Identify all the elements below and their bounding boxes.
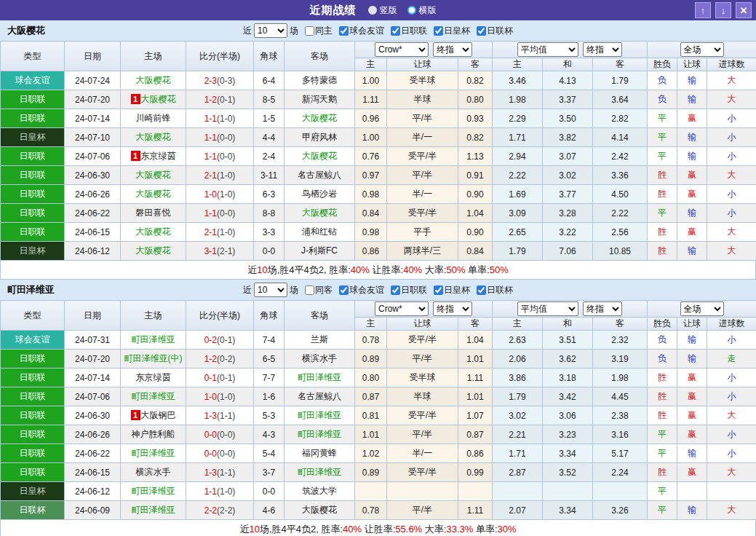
away-odds: 0.82 bbox=[458, 128, 493, 147]
fulltime-score: 0-2 bbox=[204, 335, 217, 345]
summary-text: 近 bbox=[239, 524, 249, 535]
away-odds: 0.86 bbox=[458, 444, 493, 463]
result-wdl: 平 bbox=[658, 448, 667, 458]
away-team-cell: J-利斯FC bbox=[285, 242, 355, 261]
result-handicap-cell: 输 bbox=[677, 147, 707, 166]
result-goals: 大 bbox=[728, 505, 736, 515]
league-type-badge: 日职联 bbox=[1, 90, 65, 109]
result-wdl-cell: 平 bbox=[648, 147, 677, 166]
corner-count: 0-0 bbox=[254, 482, 285, 501]
away-team-cell: 横滨水手 bbox=[285, 350, 355, 368]
result-wdl-cell: 负 bbox=[648, 350, 677, 368]
home-odds: 0.89 bbox=[355, 350, 387, 368]
average-select[interactable]: 平均值 bbox=[517, 302, 578, 316]
home-team-cell: 横滨水手 bbox=[121, 463, 186, 482]
away-team-name: 横滨水手 bbox=[302, 353, 337, 363]
fulltime-score: 1-1 bbox=[204, 151, 217, 162]
handicap-line: 受平/半 bbox=[387, 331, 458, 350]
halftime-score: (0-0) bbox=[217, 430, 235, 440]
home-team-name: 大阪钢巴 bbox=[141, 410, 176, 420]
full-match-select[interactable]: 全场 bbox=[680, 42, 724, 57]
result-handicap-cell: 输 bbox=[677, 128, 707, 147]
avg-away-odds: 10.85 bbox=[593, 242, 648, 261]
rank-badge: 1 bbox=[131, 151, 140, 161]
result-handicap-cell bbox=[677, 482, 707, 501]
same-venue-checkbox[interactable] bbox=[305, 26, 314, 36]
move-up-button[interactable]: ↑ bbox=[695, 2, 711, 18]
league-filter-jleague-checkbox[interactable] bbox=[391, 26, 400, 36]
fulltime-score: 2-1 bbox=[204, 170, 217, 181]
result-wdl-cell: 负 bbox=[648, 331, 677, 350]
away-team-cell: 兰斯 bbox=[285, 331, 355, 350]
average-select[interactable]: 平均值 bbox=[517, 42, 578, 57]
same-venue-checkbox[interactable] bbox=[305, 285, 314, 295]
avg-stage-select[interactable]: 终指 bbox=[583, 302, 622, 316]
league-filter-league-cup-label: 日联杯 bbox=[487, 25, 513, 37]
match-date: 24-06-15 bbox=[65, 223, 121, 242]
league-filter-friendly-checkbox[interactable] bbox=[339, 285, 349, 295]
match-date: 24-07-14 bbox=[65, 368, 121, 387]
result-wdl-cell: 胜 bbox=[648, 368, 677, 387]
result-handicap: 输 bbox=[688, 353, 696, 363]
league-type-badge: 日职联 bbox=[1, 444, 65, 463]
away-team-name: 兰斯 bbox=[311, 334, 328, 344]
league-filter-emperor-cup-checkbox[interactable] bbox=[434, 26, 443, 36]
close-button[interactable]: ✕ bbox=[736, 2, 752, 18]
avg-away-odds bbox=[593, 482, 648, 501]
match-count-select[interactable]: 10 bbox=[254, 23, 287, 38]
match-row: 日联杯24-06-09町田泽维亚2-2(2-2)4-6大阪樱花0.78平/半1.… bbox=[1, 501, 756, 520]
avg-draw-odds: 3.07 bbox=[543, 147, 593, 166]
corner-count: 7-7 bbox=[254, 368, 285, 387]
avg-stage-select[interactable]: 终指 bbox=[583, 42, 622, 57]
result-goals-cell: 大 bbox=[707, 406, 756, 425]
home-team-cell: 町田泽维亚 bbox=[121, 331, 186, 350]
halftime-score: (0-0) bbox=[217, 151, 235, 162]
away-team-name: 名古屋鲸八 bbox=[298, 391, 341, 401]
avg-away-odds: 2.38 bbox=[593, 406, 648, 425]
vertical-layout-radio[interactable] bbox=[368, 6, 377, 15]
handicap-line: 受半球 bbox=[387, 71, 458, 90]
result-handicap-cell: 输 bbox=[677, 90, 707, 109]
handicap-line: 受平/半 bbox=[387, 406, 458, 425]
avg-home-odds: 2.29 bbox=[493, 109, 543, 128]
match-row: 日职联24-07-201大阪樱花1-2(0-1)8-5新泻天鹅1.11半球0.8… bbox=[1, 90, 756, 109]
bookmaker-select[interactable]: Crow* bbox=[375, 42, 429, 57]
avg-home-odds: 1.69 bbox=[493, 185, 543, 204]
league-filter-jleague-checkbox[interactable] bbox=[391, 285, 400, 295]
league-filter-league-cup-checkbox[interactable] bbox=[477, 26, 486, 36]
sub-header-home-odds: 主 bbox=[355, 58, 387, 71]
home-odds: 0.81 bbox=[355, 406, 387, 425]
match-row: 日职联24-07-14川崎前锋1-1(1-0)1-5大阪樱花0.96平/半0.9… bbox=[1, 109, 756, 128]
summary-text: 单率: bbox=[465, 264, 489, 275]
summary-text: 让胜率: bbox=[370, 264, 403, 275]
bookmaker-select[interactable]: Crow* bbox=[375, 302, 429, 316]
away-odds: 0.80 bbox=[458, 90, 493, 109]
handicap-line: 平/半 bbox=[387, 166, 458, 185]
move-down-button[interactable]: ↓ bbox=[715, 2, 731, 18]
home-team-name: 町田泽维亚 bbox=[132, 391, 175, 401]
odds-stage-select[interactable]: 终指 bbox=[433, 42, 472, 57]
result-wdl: 负 bbox=[658, 353, 667, 363]
league-filter-league-cup-checkbox[interactable] bbox=[477, 285, 486, 295]
result-handicap-cell: 赢 bbox=[677, 223, 707, 242]
avg-draw-odds: 3.23 bbox=[543, 425, 593, 444]
fulltime-score: 2-3 bbox=[204, 76, 217, 86]
league-type-badge: 日职联 bbox=[1, 223, 65, 242]
result-goals-cell: 小 bbox=[707, 387, 756, 406]
near-label: 近 bbox=[243, 25, 252, 37]
horizontal-layout-radio[interactable] bbox=[407, 6, 416, 15]
odds-stage-select[interactable]: 终指 bbox=[433, 302, 472, 316]
avg-away-odds: 3.36 bbox=[593, 166, 648, 185]
league-filter-friendly-checkbox[interactable] bbox=[339, 26, 349, 36]
match-count-select[interactable]: 10 bbox=[254, 283, 287, 297]
full-match-select[interactable]: 全场 bbox=[680, 302, 724, 316]
result-wdl-cell: 胜 bbox=[648, 185, 677, 204]
league-filter-emperor-cup-checkbox[interactable] bbox=[434, 285, 443, 295]
handicap-line: 两球半/三 bbox=[387, 242, 458, 261]
home-odds: 0.86 bbox=[355, 242, 387, 261]
away-odds: 1.01 bbox=[458, 350, 493, 368]
home-team-name: 磐田喜悦 bbox=[136, 208, 171, 218]
result-wdl: 胜 bbox=[658, 189, 667, 199]
bookmaker-odds-group: Crow*终指 bbox=[355, 301, 493, 318]
bookmaker-odds-group: Crow*终指 bbox=[355, 42, 493, 58]
